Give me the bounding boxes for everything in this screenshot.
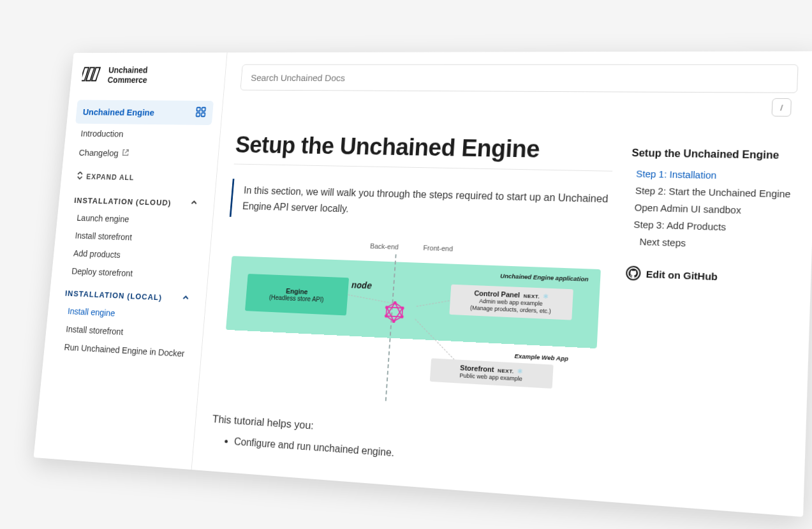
grid-icon — [195, 107, 206, 119]
search-input[interactable] — [240, 64, 798, 93]
edit-github-label: Edit on GitHub — [646, 268, 718, 282]
edit-on-github[interactable]: Edit on GitHub — [625, 265, 791, 287]
diagram-backend-label: Back-end — [369, 242, 398, 251]
react-icon: ⚛ — [516, 368, 522, 375]
chevron-up-icon — [189, 198, 198, 209]
nextjs-icon: NEXT. — [523, 293, 540, 299]
node-icon: node — [351, 281, 372, 292]
brand-logo[interactable]: Unchained Commerce — [78, 64, 216, 87]
diagram-storefront-box: Storefront NEXT. ⚛ Public web app exampl… — [429, 358, 553, 389]
chevron-up-icon — [181, 293, 190, 304]
table-of-contents: Setup the Unchained Engine Step 1: Insta… — [616, 112, 796, 488]
svg-rect-0 — [196, 107, 200, 111]
diagram-webapp-label: Example Web App — [514, 352, 568, 362]
github-icon — [625, 265, 640, 281]
brand-name: Unchained Commerce — [107, 66, 148, 86]
expand-collapse-icon — [76, 171, 84, 181]
svg-rect-3 — [201, 113, 205, 117]
external-link-icon — [121, 148, 129, 158]
graphql-icon — [383, 301, 405, 323]
logo-icon — [81, 64, 103, 86]
search-shortcut-key[interactable]: / — [771, 98, 791, 117]
svg-point-10 — [385, 306, 388, 309]
main-content: / Setup the Unchained Engine In this sec… — [191, 51, 812, 517]
nextjs-icon: NEXT. — [497, 368, 513, 375]
svg-rect-1 — [202, 107, 205, 111]
sidebar-item-introduction[interactable]: Introduction — [73, 124, 212, 145]
expand-all-button[interactable]: EXPAND ALL — [69, 162, 208, 190]
article: Setup the Unchained Engine In this secti… — [210, 108, 615, 473]
toc-title: Setup the Unchained Engine — [631, 147, 795, 161]
svg-point-9 — [384, 315, 387, 318]
diagram-frontend-label: Front-end — [423, 244, 453, 252]
sidebar-item-changelog[interactable]: Changelog — [71, 142, 210, 164]
react-icon: ⚛ — [542, 293, 549, 301]
page-title: Setup the Unchained Engine — [234, 132, 614, 165]
page-root: Unchained Commerce Unchained Engine Intr… — [33, 51, 812, 517]
sidebar-primary-label: Unchained Engine — [82, 107, 154, 117]
title-divider — [233, 163, 612, 171]
svg-rect-2 — [196, 113, 200, 117]
search-bar: / — [240, 64, 798, 93]
diagram-control-panel-box: Control Panel NEXT. ⚛ Admin web app exam… — [449, 285, 573, 320]
architecture-diagram: Back-end Front-end Unchained Engine appl… — [214, 232, 609, 428]
diagram-engine-box: Engine (Headless store API) — [244, 274, 348, 315]
intro-callout: In this section, we will walk you throug… — [229, 179, 611, 228]
sidebar-primary-active[interactable]: Unchained Engine — [75, 100, 214, 125]
